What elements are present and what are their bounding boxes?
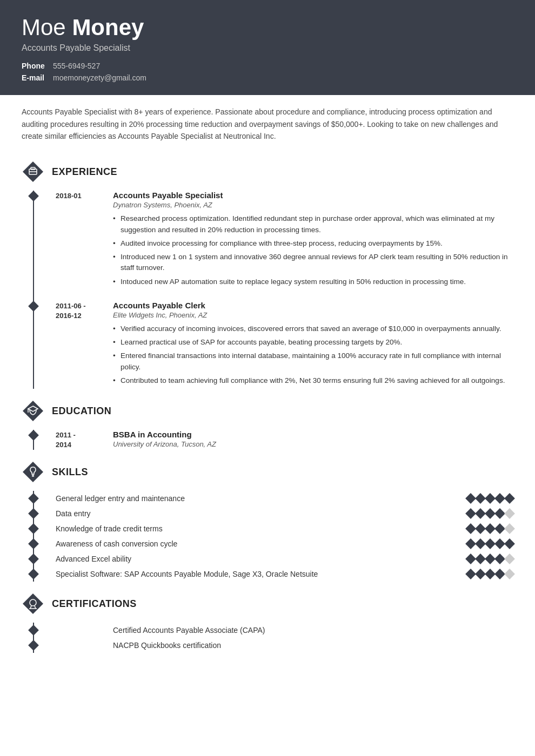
bullet-item: Intoduced new AP automation suite to rep…: [113, 276, 513, 287]
phone-row: Phone 555-6949-527: [22, 62, 513, 70]
skill-row: Advanced Excel ability: [56, 551, 513, 566]
resume-header: Moe Money Accounts Payable Specialist Ph…: [0, 0, 535, 95]
skill-name: General ledger entry and maintenance: [56, 494, 462, 503]
job-item-2: 2011-06 - 2016-12 Accounts Payable Clerk…: [56, 301, 513, 389]
skill-dot: [494, 509, 505, 519]
phone-label: Phone: [22, 62, 49, 70]
skill-dot: [465, 539, 476, 550]
skills-icon: [22, 461, 44, 483]
certifications-icon: [22, 592, 44, 615]
education-title: EDUCATION: [52, 406, 111, 417]
experience-icon: [22, 160, 44, 183]
contact-info: Phone 555-6949-527 E-mail moemoneyzety@g…: [22, 62, 513, 82]
svg-marker-4: [23, 401, 43, 421]
skill-dot: [465, 509, 476, 519]
bullet-item: Introduced new 1 on 1 system and innovat…: [113, 252, 513, 274]
skill-row: Specialist Software: SAP Accounts Payabl…: [56, 566, 513, 582]
certifications-section: CERTIFICATIONS Certified Accounts Payabl…: [22, 592, 513, 653]
summary-text: Accounts Payable Specialist with 8+ year…: [22, 106, 513, 142]
skill-dot: [494, 539, 505, 550]
education-header: EDUCATION: [22, 400, 513, 422]
education-icon: [22, 400, 44, 422]
full-name: Moe Money: [22, 15, 513, 40]
edu-item-1: 2011 - 2014 BSBA in Accounting Universit…: [56, 430, 513, 450]
skill-diamond: [28, 494, 39, 504]
job-item-1: 2018-01 Accounts Payable Specialist Dyna…: [56, 191, 513, 290]
skill-dot: [485, 509, 496, 519]
cert-diamond: [28, 640, 39, 651]
skill-dot: [494, 569, 505, 580]
experience-title: EXPERIENCE: [52, 166, 117, 178]
skill-dot: [475, 539, 486, 550]
skill-dot: [475, 524, 486, 535]
job-title-2: Accounts Payable Clerk: [113, 301, 513, 310]
bullet-item: Learned practical use of SAP for account…: [113, 337, 513, 348]
skill-row: Awareness of cash conversion cycle: [56, 536, 513, 551]
skills-section: SKILLS General ledger entry and maintena…: [22, 461, 513, 582]
edu-body-1: BSBA in Accounting University of Arizona…: [113, 430, 513, 450]
skill-dot: [485, 539, 496, 550]
job-title-header: Accounts Payable Specialist: [22, 43, 513, 53]
certifications-title: CERTIFICATIONS: [52, 598, 137, 610]
cert-diamond: [28, 625, 39, 636]
job-company-2: Elite Widgets Inc, Phoenix, AZ: [113, 311, 513, 319]
skill-dot: [485, 554, 496, 565]
cert-row: Certified Accounts Payable Associate (CA…: [56, 623, 513, 638]
cert-content: NACPB Quickbooks certification: [56, 641, 221, 650]
skill-dot: [475, 569, 486, 580]
skill-dot: [494, 554, 505, 565]
skills-title: SKILLS: [52, 467, 88, 478]
skill-name: Advanced Excel ability: [56, 555, 462, 563]
resume-body: Accounts Payable Specialist with 8+ year…: [0, 95, 535, 680]
skill-dots: [467, 540, 513, 548]
skill-dot: [485, 569, 496, 580]
skill-row: Data entry: [56, 506, 513, 521]
skill-name: Awareness of cash conversion cycle: [56, 539, 462, 548]
skill-dot: [504, 539, 515, 550]
cert-row: NACPB Quickbooks certification: [56, 638, 513, 653]
job-date-1: 2018-01: [56, 191, 104, 290]
job-body-2: Accounts Payable Clerk Elite Widgets Inc…: [113, 301, 513, 389]
cert-name: Certified Accounts Payable Associate (CA…: [113, 626, 265, 634]
skill-dots: [467, 555, 513, 563]
experience-section: EXPERIENCE 2018-01 Accounts Payable Spec…: [22, 160, 513, 389]
skill-diamond: [28, 524, 39, 535]
skill-dots: [467, 495, 513, 502]
skill-dot: [504, 524, 515, 535]
svg-marker-7: [23, 462, 43, 482]
email-value: moemoneyzety@gmail.com: [53, 73, 146, 82]
skill-dot: [504, 554, 515, 565]
bullet-item: Contributed to team achieving full compl…: [113, 375, 513, 386]
timeline-diamond-1: [28, 191, 39, 201]
skill-dot: [494, 524, 505, 535]
job-company-1: Dynatron Systems, Phoenix, AZ: [113, 201, 513, 209]
job-bullets-1: Researched process optimization. Identif…: [113, 213, 513, 287]
bullet-item: Audited invoice processing for complianc…: [113, 238, 513, 249]
skill-dot: [504, 509, 515, 519]
degree-title: BSBA in Accounting: [113, 430, 513, 439]
skill-diamond: [28, 569, 39, 580]
skill-dot: [485, 494, 496, 504]
school-name: University of Arizona, Tucson, AZ: [113, 440, 513, 448]
edu-diamond-1: [28, 430, 39, 441]
skill-diamond: [28, 509, 39, 519]
summary-section: Accounts Payable Specialist with 8+ year…: [22, 106, 513, 147]
bullet-item: Entered financial transactions into inte…: [113, 350, 513, 373]
job-bullets-2: Verified accuracy of incoming invoices, …: [113, 323, 513, 386]
skill-dots: [467, 525, 513, 532]
last-name: Money: [72, 15, 144, 40]
bullet-item: Researched process optimization. Identif…: [113, 213, 513, 235]
skill-name: Specialist Software: SAP Accounts Payabl…: [56, 570, 462, 578]
email-row: E-mail moemoneyzety@gmail.com: [22, 73, 513, 82]
edu-date-1: 2011 - 2014: [56, 430, 104, 450]
skill-dot: [475, 509, 486, 519]
bullet-item: Verified accuracy of incoming invoices, …: [113, 323, 513, 334]
skill-dot: [465, 524, 476, 535]
education-section: EDUCATION 2011 - 2014 BSBA in Accounting…: [22, 400, 513, 450]
svg-marker-10: [23, 593, 43, 614]
email-label: E-mail: [22, 73, 49, 82]
skill-dots: [467, 510, 513, 517]
skill-name: Knowledge of trade credit terms: [56, 524, 462, 533]
first-name: Moe: [22, 15, 66, 40]
skill-row: General ledger entry and maintenance: [56, 491, 513, 506]
